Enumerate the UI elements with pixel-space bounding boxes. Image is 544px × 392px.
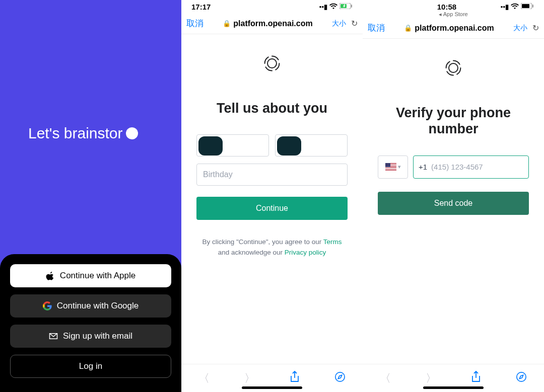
clock: 17:17: [191, 3, 211, 11]
svg-point-8: [449, 63, 458, 72]
continue-with-apple-button[interactable]: Continue with Apple: [10, 264, 171, 287]
appstore-back-link[interactable]: ◂ App Store: [363, 11, 544, 18]
url-text: platform.openai.com: [415, 24, 494, 33]
status-icons: ▪▪▮: [501, 3, 534, 11]
svg-rect-7: [532, 5, 533, 8]
birthday-input[interactable]: [196, 164, 348, 186]
apple-label: Continue with Apple: [60, 271, 135, 281]
legal-mid: and acknowledge our: [218, 249, 285, 256]
status-bar: 17:17 ▪▪▮: [181, 0, 363, 13]
onboarding-screen: Let's brainstor Continue with Apple Cont…: [0, 0, 181, 392]
status-icons: ▪▪▮: [319, 3, 353, 11]
legal-prefix: By clicking "Continue", you agree to our: [202, 238, 323, 246]
country-select[interactable]: ▾: [378, 155, 408, 179]
send-code-button[interactable]: Send code: [378, 192, 529, 215]
cancel-button[interactable]: 取消: [186, 18, 203, 29]
apple-icon: [46, 271, 55, 280]
google-label: Continue with Google: [57, 301, 139, 311]
battery-icon: [339, 3, 353, 11]
svg-point-9: [517, 372, 526, 381]
reload-icon[interactable]: ↻: [532, 23, 539, 33]
compass-icon[interactable]: [334, 371, 346, 385]
privacy-link[interactable]: Privacy policy: [285, 249, 326, 256]
share-icon[interactable]: [290, 371, 300, 386]
svg-point-4: [335, 372, 345, 381]
terms-link[interactable]: Terms: [323, 238, 342, 246]
page-title: Tell us about you: [196, 100, 348, 116]
email-label: Sign up with email: [63, 331, 132, 341]
continue-button[interactable]: Continue: [196, 197, 348, 220]
svg-rect-2: [351, 5, 352, 8]
phone-placeholder: (415) 123-4567: [431, 163, 483, 171]
url-text: platform.openai.com: [233, 19, 312, 28]
last-name-input[interactable]: [275, 134, 348, 156]
lock-icon: 🔒: [404, 24, 412, 32]
login-label: Log in: [79, 361, 102, 371]
text-size-button[interactable]: 大小: [513, 24, 527, 33]
legal-text: By clicking "Continue", you agree to our…: [196, 237, 348, 258]
phone-input[interactable]: +1 (415) 123-4567: [413, 155, 529, 179]
about-you-screen: 17:17 ▪▪▮ 取消 🔒 platform.openai.com 大小 ↻ …: [181, 0, 363, 392]
compass-icon[interactable]: [516, 371, 527, 385]
google-icon: [43, 301, 52, 310]
svg-rect-6: [522, 4, 529, 8]
safari-address-bar: 取消 🔒 platform.openai.com 大小 ↻: [181, 13, 363, 34]
url-display[interactable]: 🔒 platform.openai.com: [404, 24, 494, 33]
us-flag-icon: [385, 163, 396, 171]
safari-address-bar: 取消 🔒 platform.openai.com 大小 ↻: [363, 18, 544, 39]
redacted-value: [198, 136, 223, 155]
verify-phone-screen: 10:58 ▪▪▮ ◂ App Store 取消 🔒 platform.open…: [363, 0, 544, 392]
cursor-dot-icon: [126, 127, 138, 139]
back-icon[interactable]: 〈: [380, 371, 391, 386]
reload-icon[interactable]: ↻: [351, 19, 358, 28]
url-display[interactable]: 🔒 platform.openai.com: [223, 19, 312, 28]
signal-icon: ▪▪▮: [501, 3, 509, 11]
signal-icon: ▪▪▮: [319, 3, 327, 11]
auth-sheet: Continue with Apple Continue with Google…: [0, 254, 181, 392]
lock-icon: 🔒: [223, 20, 231, 27]
tagline-text: Let's brainstor: [28, 125, 123, 142]
redacted-value: [277, 136, 301, 155]
cancel-button[interactable]: 取消: [368, 22, 385, 34]
first-name-input[interactable]: [196, 134, 269, 156]
openai-logo-icon: [263, 54, 281, 72]
continue-with-google-button[interactable]: Continue with Google: [10, 294, 171, 318]
chevron-down-icon: ▾: [398, 164, 401, 170]
openai-logo-icon: [444, 59, 462, 77]
battery-icon: [521, 3, 534, 11]
wifi-icon: [511, 3, 519, 11]
dial-code: +1: [419, 163, 427, 171]
home-indicator: [423, 386, 484, 389]
text-size-button[interactable]: 大小: [332, 19, 346, 28]
signup-email-button[interactable]: Sign up with email: [10, 325, 171, 348]
wifi-icon: [329, 3, 337, 11]
home-indicator: [242, 386, 302, 389]
mail-icon: [49, 332, 58, 341]
share-icon[interactable]: [471, 371, 481, 386]
tagline: Let's brainstor: [28, 125, 138, 142]
login-button[interactable]: Log in: [10, 355, 171, 378]
forward-icon[interactable]: 〉: [244, 371, 255, 386]
back-icon[interactable]: 〈: [198, 371, 210, 386]
forward-icon[interactable]: 〉: [426, 371, 437, 386]
page-title: Verify your phone number: [378, 105, 529, 137]
svg-point-3: [267, 59, 277, 68]
clock: 10:58: [437, 3, 456, 11]
